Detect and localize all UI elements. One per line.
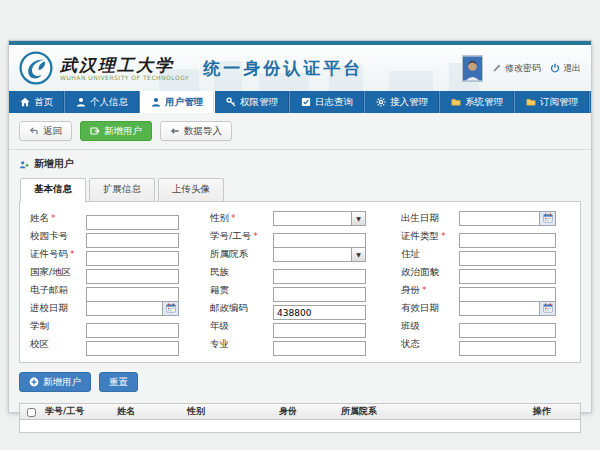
- nav-item-label: 系统管理: [465, 96, 503, 109]
- nav-item-system[interactable]: 系统管理: [440, 91, 515, 113]
- person-icon: [76, 97, 86, 107]
- gender-selected-value: [274, 212, 351, 225]
- select-all-checkbox[interactable]: [27, 408, 36, 417]
- tab-avatar[interactable]: 上传头像: [158, 178, 224, 201]
- birth-date-date-field[interactable]: [459, 211, 556, 226]
- data-import-button[interactable]: 数据导入: [160, 121, 232, 141]
- add-user-toolbar-button[interactable]: 新增用户: [80, 121, 152, 141]
- major-field[interactable]: [273, 341, 366, 356]
- enroll-date-date-value: [87, 302, 162, 315]
- postal-code-label: 邮政编码: [210, 302, 273, 315]
- app-window: 武汉理工大学 WUHAN UNIVERSITY OF TECHNOLOGY 统一…: [8, 40, 592, 413]
- nav-item-logs[interactable]: 日志查询: [290, 91, 365, 113]
- new-user-section-icon: [19, 159, 29, 169]
- email-label: 电子邮箱: [30, 284, 86, 297]
- calendar-icon[interactable]: [539, 212, 555, 225]
- folder-icon: [451, 97, 461, 107]
- id-type-label: 证件类型*: [401, 230, 459, 243]
- import-arrow-icon: [170, 126, 180, 136]
- tab-basic[interactable]: 基本信息: [20, 178, 86, 202]
- tab-extended[interactable]: 扩展信息: [89, 178, 155, 201]
- nav-item-users[interactable]: 用户管理: [140, 91, 215, 113]
- calendar-icon[interactable]: [539, 302, 555, 315]
- valid-date-date-field[interactable]: [459, 301, 556, 316]
- birth-date-label: 出生日期: [401, 212, 459, 225]
- user-icon: [151, 97, 161, 107]
- section-header: 新增用户: [19, 157, 581, 171]
- submit-add-user-button[interactable]: 新增用户: [19, 372, 91, 392]
- address-label: 住址: [401, 248, 459, 261]
- grade-label: 年级: [210, 320, 273, 333]
- logout-link[interactable]: 退出: [550, 62, 581, 75]
- pencil-icon: [492, 63, 502, 73]
- change-password-link[interactable]: 修改密码: [492, 62, 541, 75]
- class-label: 班级: [401, 320, 459, 333]
- platform-title: 统一身份认证平台: [203, 57, 363, 80]
- chevron-down-icon[interactable]: ▼: [351, 212, 365, 225]
- required-asterisk: *: [441, 231, 446, 241]
- add-user-icon: [90, 126, 100, 136]
- name-label: 姓名*: [30, 212, 86, 225]
- campus-card-no-label: 校园卡号: [30, 230, 86, 243]
- nav-item-label: 权限管理: [240, 96, 278, 109]
- required-asterisk: *: [253, 231, 258, 241]
- campus-field[interactable]: [86, 341, 179, 356]
- submit-add-user-label: 新增用户: [43, 376, 81, 389]
- department-selected-value: [274, 248, 351, 261]
- ethnicity-label: 民族: [210, 266, 273, 279]
- log-icon: [301, 97, 311, 107]
- results-table-header: 学号/工号姓名性别身份所属院系操作: [19, 403, 581, 420]
- university-logo: [19, 51, 53, 85]
- chevron-down-icon[interactable]: ▼: [351, 248, 365, 261]
- column-header-1: 姓名: [114, 405, 184, 418]
- id-number-label: 证件号码*: [30, 248, 86, 261]
- required-asterisk: *: [70, 249, 75, 259]
- enroll-date-date-field[interactable]: [86, 301, 179, 316]
- required-asterisk: *: [422, 285, 427, 295]
- content-area: 返回 新增用户 数据导入: [9, 113, 591, 412]
- required-asterisk: *: [231, 213, 236, 223]
- folder-icon: [526, 97, 536, 107]
- back-button[interactable]: 返回: [19, 121, 72, 141]
- calendar-icon[interactable]: [162, 302, 178, 315]
- birth-date-date-value: [460, 212, 539, 225]
- user-form: 姓名*性别*▼出生日期校园卡号学号/工号*证件类型*证件号码*所属院系▼住址国家…: [30, 209, 572, 353]
- gender-label: 性别*: [210, 212, 273, 225]
- status-label: 状态: [401, 338, 459, 351]
- column-header-4: 所属院系: [338, 405, 530, 418]
- nav-item-label: 日志查询: [315, 96, 353, 109]
- nav-item-label: 订阅管理: [540, 96, 578, 109]
- nav-item-label: 用户管理: [165, 96, 203, 109]
- valid-date-label: 有效日期: [401, 302, 459, 315]
- university-name-en: WUHAN UNIVERSITY OF TECHNOLOGY: [60, 74, 189, 81]
- status-field[interactable]: [459, 341, 556, 356]
- key-icon: [226, 97, 236, 107]
- campus-label: 校区: [30, 338, 86, 351]
- column-header-3: 身份: [276, 405, 338, 418]
- section-title: 新增用户: [34, 157, 74, 171]
- identity-label: 身份*: [401, 284, 459, 297]
- department-select[interactable]: ▼: [273, 247, 366, 262]
- reset-label: 重置: [109, 376, 128, 389]
- required-asterisk: *: [51, 213, 56, 223]
- reset-button[interactable]: 重置: [99, 372, 138, 392]
- change-password-label: 修改密码: [505, 62, 541, 75]
- political-status-label: 政治面貌: [401, 266, 459, 279]
- university-name-cn: 武汉理工大学: [60, 56, 189, 74]
- gender-select[interactable]: ▼: [273, 211, 366, 226]
- major-label: 专业: [210, 338, 273, 351]
- nav-item-label: 首页: [34, 96, 53, 109]
- results-table-empty-body: [19, 420, 581, 433]
- nav-item-home[interactable]: 首页: [9, 91, 65, 113]
- logout-label: 退出: [563, 62, 581, 75]
- column-header-2: 性别: [184, 405, 276, 418]
- schooling-length-label: 学制: [30, 320, 86, 333]
- valid-date-date-value: [460, 302, 539, 315]
- user-photo: [462, 55, 483, 82]
- nav-item-subscription[interactable]: 订阅管理: [515, 91, 590, 113]
- nav-item-profile[interactable]: 个人信息: [65, 91, 140, 113]
- nav-item-access[interactable]: 接入管理: [365, 91, 440, 113]
- student-no-label: 学号/工号*: [210, 230, 273, 243]
- data-import-label: 数据导入: [184, 125, 222, 138]
- nav-item-permissions[interactable]: 权限管理: [215, 91, 290, 113]
